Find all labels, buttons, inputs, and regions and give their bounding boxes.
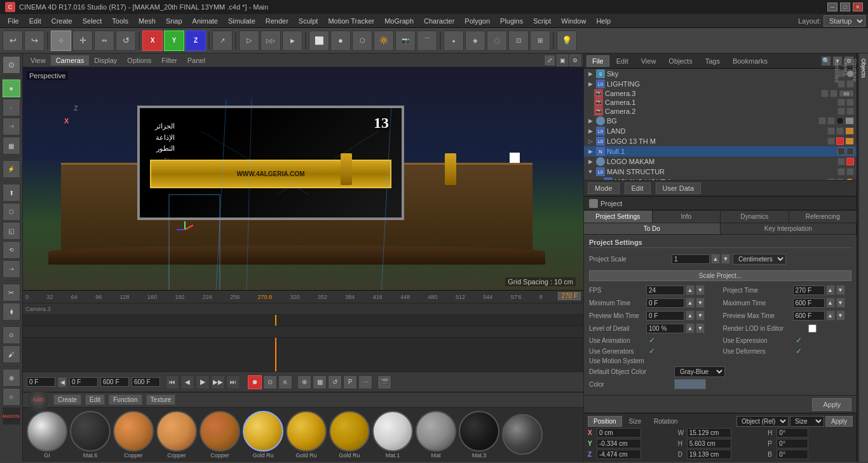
obj-row-null1[interactable]: ▶ N Null.1 [584,146,857,156]
obj-row-lighting[interactable]: ▶ L0 LIGHTING [584,79,857,89]
preview-end-input[interactable] [132,377,160,387]
mat-swatch-mat6[interactable] [70,411,111,452]
render-queue-btn[interactable]: 🎬 [377,375,391,389]
effector-btn[interactable]: ◈ [465,31,485,51]
expand-icon-lighting[interactable]: ▶ [587,79,594,89]
menu-tools[interactable]: Tools [107,16,133,26]
mat-swatch-gold3[interactable] [329,411,370,452]
vertex-btn[interactable]: · [3,99,20,116]
undo-btn[interactable]: ↩ [3,31,23,51]
tweak-btn[interactable]: ⚡ [3,160,20,178]
menu-render[interactable]: Render [261,16,294,26]
ping-pong-btn[interactable]: P [343,375,357,389]
bridge-btn[interactable]: ⇢ [3,260,20,278]
titlebar-controls[interactable]: ─ □ ✕ [827,3,863,11]
fps-up-btn[interactable]: ▲ [686,285,695,295]
mode-button[interactable]: Mode [588,183,620,194]
coord-tab-position[interactable]: Position [588,416,622,427]
expand-icon-bg[interactable]: ▶ [587,116,594,126]
coord-mode-select[interactable]: Object (Rel) World [736,416,789,427]
mat-copper3[interactable]: Copper [200,411,240,459]
vtab-options[interactable]: Options [122,55,156,66]
x-pos-input[interactable] [597,428,641,438]
mtime-up-btn[interactable]: ▲ [686,298,695,308]
menu-animate[interactable]: Animate [187,16,223,26]
prev-key-btn[interactable]: ◀ [180,375,194,389]
menu-mograph[interactable]: MoGraph [379,16,419,26]
menu-mesh[interactable]: Mesh [133,16,161,26]
p-rot-input[interactable] [776,439,808,448]
scale-down-btn[interactable]: ▼ [721,254,730,264]
cylinder-btn[interactable]: ⬡ [352,31,372,51]
vtab-view[interactable]: View [25,55,51,66]
y-axis-btn[interactable]: Y [164,31,184,51]
select-tool-btn[interactable]: ⊹ [51,31,71,51]
menu-window[interactable]: Window [556,16,591,26]
tab-objects[interactable]: Objects [663,55,698,67]
mat-swatch-gi[interactable] [27,411,67,452]
soft-sel-btn[interactable]: ⊙ [3,326,20,344]
close-btn[interactable]: ✕ [853,3,863,11]
menu-motion[interactable]: Motion Tracker [323,16,379,26]
expand-icon-struct[interactable]: ▼ [587,167,594,177]
current-frame-input[interactable]: 0 F [27,377,55,387]
edit-button[interactable]: Edit [625,183,651,194]
vtab-panel[interactable]: Panel [182,55,210,66]
tab-file[interactable]: File [587,55,609,67]
move-tool-btn[interactable]: ✛ [72,31,93,51]
texture-material-btn[interactable]: Texture [146,394,176,405]
coord-size-select[interactable]: Size Scale [790,416,824,427]
timeline-extra-btn[interactable]: ⋯ [358,375,372,389]
proj-tab-info[interactable]: Info [653,211,721,223]
mat-swatch-gold2[interactable] [286,411,327,452]
vis-bg-1[interactable] [818,117,826,125]
edge-btn[interactable]: ⊣ [3,118,20,135]
axis-btn[interactable]: ⊹ [3,388,20,406]
min-time-input[interactable] [646,298,684,308]
user-data-button[interactable]: User Data [656,183,702,194]
mat-copper1[interactable]: Copper [113,411,154,459]
mat-gi[interactable]: GI [27,411,67,459]
render-lod-checkbox[interactable] [808,324,817,333]
menu-plugins[interactable]: Plugins [495,16,528,26]
maximize-btn[interactable]: □ [840,3,850,11]
inset-btn[interactable]: ⬡ [3,203,20,221]
mat-copper2[interactable]: Copper [156,411,197,459]
scale-tool-btn[interactable]: ⇔ [94,31,114,51]
pvmin-up-btn[interactable]: ▲ [686,310,695,321]
mat-gold1[interactable]: Gold Ru [243,411,283,459]
poly-btn[interactable]: ▦ [3,137,20,155]
tab-bookmarks[interactable]: Bookmarks [727,55,773,67]
auto-key-btn[interactable]: ⊙ [263,375,277,389]
lightbulb-btn[interactable]: 💡 [557,31,577,51]
obj-row-bg[interactable]: ▶ BG [584,116,857,126]
snap-frame-btn[interactable]: ▦ [313,375,327,389]
redo-btn[interactable]: ↪ [24,31,44,51]
vtab-filter[interactable]: Filter [156,55,182,66]
viewport-zoom-fit[interactable]: ⤢ [544,55,555,66]
minimize-btn[interactable]: ─ [827,3,837,11]
h-rot-input[interactable] [776,428,808,438]
snap-btn[interactable]: ⊕ [3,369,20,387]
material-btn[interactable]: ◌ [487,31,507,51]
x-axis-btn[interactable]: X [142,31,163,51]
menu-select[interactable]: Select [78,16,107,26]
b-rot-input[interactable] [776,450,808,459]
render-view-btn[interactable]: ▷ [239,31,259,51]
mat-extra1[interactable] [502,414,543,455]
obj-row-sky[interactable]: ▶ S Sky [584,69,857,79]
y-pos-input[interactable] [597,439,641,448]
mat-swatch-copper2[interactable] [156,411,197,452]
mat-mat6[interactable]: Mat.6 [70,411,111,459]
loop-btn2[interactable]: ↺ [328,375,342,389]
prev-frame-btn[interactable]: ◀ [58,377,67,387]
menu-create[interactable]: Create [46,16,78,26]
pvmin-down-btn[interactable]: ▼ [696,310,705,321]
d-size-input[interactable] [687,450,731,459]
proj-tab-settings[interactable]: Project Settings [584,211,653,223]
preview-min-input[interactable] [646,311,684,321]
end-frame-input[interactable]: 600 F [100,377,129,387]
expand-icon-logo13[interactable]: ▷ [587,136,594,146]
mat-swatch-copper3[interactable] [200,411,240,452]
mtime-down-btn[interactable]: ▼ [696,298,705,308]
